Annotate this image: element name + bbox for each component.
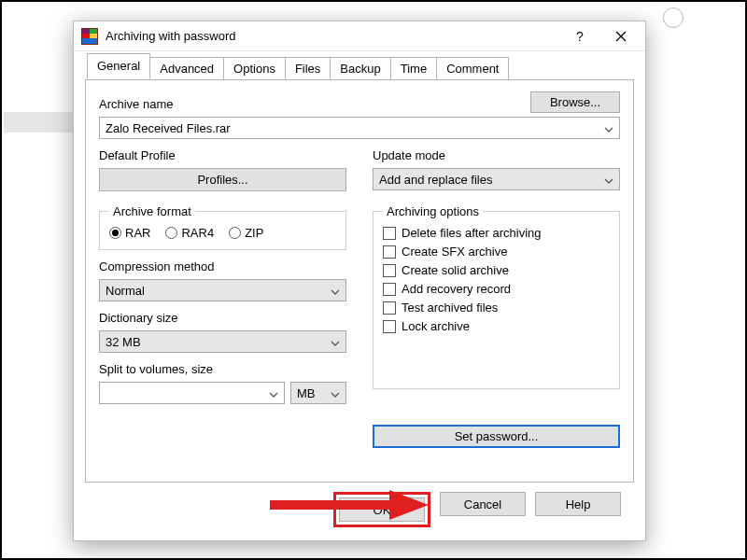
tab-panel-general: Archive name Browse... Zalo Received Fil… xyxy=(85,79,634,483)
tab-backup[interactable]: Backup xyxy=(330,57,390,80)
archiving-options-legend: Archiving options xyxy=(383,204,483,218)
archive-format-group: Archive format RAR RAR4 xyxy=(99,204,346,250)
cancel-button[interactable]: Cancel xyxy=(440,492,526,516)
set-password-button[interactable]: Set password... xyxy=(373,425,620,448)
chevron-down-icon xyxy=(604,175,613,184)
check-solid[interactable]: Create solid archive xyxy=(383,263,610,277)
tab-options[interactable]: Options xyxy=(223,57,286,80)
background-selection-strip xyxy=(4,112,73,133)
radio-dot-icon xyxy=(229,227,241,239)
tabstrip: General Advanced Options Files Backup Ti… xyxy=(87,55,634,79)
radio-rar[interactable]: RAR xyxy=(109,226,150,240)
chevron-down-icon xyxy=(331,337,340,346)
default-profile-label: Default Profile xyxy=(99,148,346,162)
update-mode-value: Add and replace files xyxy=(379,173,492,187)
check-solid-label: Create solid archive xyxy=(402,263,509,277)
radio-zip-label: ZIP xyxy=(245,226,263,240)
archiving-options-group: Archiving options Delete files after arc… xyxy=(373,204,620,389)
check-sfx-label: Create SFX archive xyxy=(402,245,507,259)
profiles-button[interactable]: Profiles... xyxy=(99,168,346,191)
checkbox-icon xyxy=(383,264,396,277)
tab-time[interactable]: Time xyxy=(390,57,437,80)
compression-method-label: Compression method xyxy=(99,259,346,273)
ok-button[interactable]: OK xyxy=(339,497,425,522)
compression-method-value: Normal xyxy=(106,284,145,298)
archive-format-legend: Archive format xyxy=(109,204,195,218)
window-title: Archiving with password xyxy=(106,29,559,43)
update-mode-label: Update mode xyxy=(373,148,620,162)
archive-name-value: Zalo Received Files.rar xyxy=(106,121,231,135)
radio-rar-label: RAR xyxy=(125,226,150,240)
update-mode-combo[interactable]: Add and replace files xyxy=(373,168,620,190)
background-toolbar-fragment xyxy=(659,4,743,32)
archive-settings-dialog: Archiving with password ? General Advanc… xyxy=(73,21,646,541)
titlebar: Archiving with password ? xyxy=(74,21,645,51)
check-test[interactable]: Test archived files xyxy=(383,301,610,315)
tab-files[interactable]: Files xyxy=(285,57,331,80)
checkbox-icon xyxy=(383,320,396,333)
winrar-app-icon xyxy=(81,28,98,45)
dictionary-size-label: Dictionary size xyxy=(99,311,346,325)
radio-rar4[interactable]: RAR4 xyxy=(165,226,214,240)
check-lock[interactable]: Lock archive xyxy=(383,319,610,333)
check-delete-after[interactable]: Delete files after archiving xyxy=(383,226,610,240)
check-test-label: Test archived files xyxy=(402,301,498,315)
tab-advanced[interactable]: Advanced xyxy=(149,57,224,80)
tab-general[interactable]: General xyxy=(87,53,150,79)
check-sfx[interactable]: Create SFX archive xyxy=(383,245,610,259)
checkbox-icon xyxy=(383,283,396,296)
radio-zip[interactable]: ZIP xyxy=(229,226,263,240)
tab-comment[interactable]: Comment xyxy=(436,57,509,80)
split-unit-value: MB xyxy=(297,386,316,400)
checkbox-icon xyxy=(383,227,396,240)
check-recovery-label: Add recovery record xyxy=(402,282,511,296)
dictionary-size-combo[interactable]: 32 MB xyxy=(99,330,346,353)
split-size-input[interactable] xyxy=(99,382,285,404)
chevron-down-icon xyxy=(331,286,340,295)
compression-method-combo[interactable]: Normal xyxy=(99,279,346,301)
ok-highlight-annotation: OK xyxy=(333,492,430,527)
split-volumes-label: Split to volumes, size xyxy=(99,362,346,376)
close-icon xyxy=(615,31,627,42)
archive-name-input[interactable]: Zalo Received Files.rar xyxy=(99,117,620,139)
check-delete-after-label: Delete files after archiving xyxy=(402,226,542,240)
chevron-down-icon xyxy=(269,388,278,398)
checkbox-icon xyxy=(383,301,396,315)
chevron-down-icon xyxy=(331,388,340,398)
radio-dot-icon xyxy=(165,227,177,239)
dialog-footer: OK Cancel Help xyxy=(85,483,634,531)
chevron-down-icon xyxy=(604,123,613,133)
help-footer-button[interactable]: Help xyxy=(535,492,621,516)
radio-rar4-label: RAR4 xyxy=(181,226,214,240)
split-unit-combo[interactable]: MB xyxy=(290,382,346,404)
check-lock-label: Lock archive xyxy=(402,319,470,333)
archive-name-label: Archive name xyxy=(99,97,519,111)
check-recovery[interactable]: Add recovery record xyxy=(383,282,610,296)
dictionary-size-value: 32 MB xyxy=(106,335,141,349)
radio-dot-icon xyxy=(109,227,121,239)
help-button[interactable]: ? xyxy=(559,22,600,50)
browse-button[interactable]: Browse... xyxy=(530,91,620,113)
set-password-label: Set password... xyxy=(455,429,539,443)
checkbox-icon xyxy=(383,245,396,259)
close-button[interactable] xyxy=(600,22,641,50)
